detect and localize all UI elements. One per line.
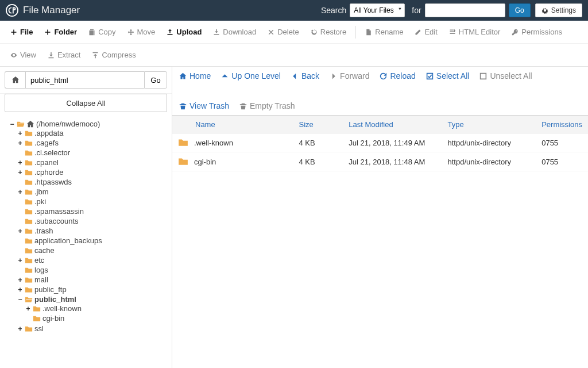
tree-item[interactable]: +public_ftp xyxy=(17,285,166,294)
search-scope-select[interactable]: All Your Files xyxy=(350,3,405,17)
tree-item[interactable]: +ssl xyxy=(17,324,166,333)
tree-item[interactable]: +.jbm xyxy=(17,187,166,196)
expand-icon[interactable]: + xyxy=(25,305,31,313)
expand-icon[interactable]: + xyxy=(17,286,23,294)
col-permissions-header[interactable]: Permissions xyxy=(536,116,588,133)
file-name: cgi-bin xyxy=(194,158,216,166)
tree-item[interactable]: +.htpasswds xyxy=(17,178,166,186)
forward-action[interactable]: Forward xyxy=(330,71,369,80)
tree-item[interactable]: +.subaccounts xyxy=(17,217,166,225)
tree-item[interactable]: +cache xyxy=(17,246,166,255)
file-size: 4 KB xyxy=(293,133,343,152)
col-size-header[interactable]: Size xyxy=(293,116,343,133)
view-button[interactable]: View xyxy=(5,47,42,63)
toolbar: File Folder Copy Move Upload Download De… xyxy=(0,21,588,67)
tree-item[interactable]: −public_html xyxy=(17,295,166,304)
pencil-icon xyxy=(415,29,421,36)
expand-icon[interactable]: + xyxy=(17,188,23,196)
settings-label: Settings xyxy=(551,6,576,14)
path-home-button[interactable] xyxy=(5,71,25,89)
col-modified-header[interactable]: Last Modified xyxy=(343,116,442,133)
folder-button[interactable]: Folder xyxy=(38,24,83,40)
unselect-all-action[interactable]: Unselect All xyxy=(479,71,532,80)
reload-action[interactable]: Reload xyxy=(380,71,415,80)
tree-item[interactable]: +cgi-bin xyxy=(25,314,166,323)
tree-item-label: public_html xyxy=(34,295,76,304)
expand-icon[interactable]: + xyxy=(17,168,23,177)
tree-item[interactable]: +.appdata xyxy=(17,129,166,137)
collapse-icon[interactable]: − xyxy=(9,120,15,128)
tree-item-label: .trash xyxy=(34,227,53,235)
search-input[interactable] xyxy=(425,3,505,17)
rename-button[interactable]: Rename xyxy=(359,24,409,40)
folder-icon xyxy=(25,237,33,245)
search-label: Search xyxy=(321,6,346,15)
tree-item[interactable]: +.cl.selector xyxy=(17,148,166,157)
tree-item[interactable]: +etc xyxy=(17,256,166,264)
folder-icon xyxy=(25,266,33,274)
select-all-action[interactable]: Select All xyxy=(426,71,470,80)
expand-icon[interactable]: + xyxy=(17,129,23,137)
delete-button[interactable]: Delete xyxy=(262,24,305,40)
tree-item[interactable]: +.trash xyxy=(17,227,166,235)
search-go-button[interactable]: Go xyxy=(509,3,531,17)
path-go-button[interactable]: Go xyxy=(144,71,167,89)
toggle-spacer: + xyxy=(17,237,23,245)
folder-icon xyxy=(25,276,33,284)
main-area: Go Collapse All − (/home/nwdemoco) +.app… xyxy=(0,67,588,368)
permissions-button[interactable]: Permissions xyxy=(506,24,568,40)
folder-icon xyxy=(25,139,33,147)
compress-button[interactable]: Compress xyxy=(86,47,141,63)
tree-item[interactable]: +logs xyxy=(17,266,166,274)
extract-button[interactable]: Extract xyxy=(42,47,86,63)
tree-item-label: cache xyxy=(34,246,55,255)
expand-icon[interactable]: + xyxy=(17,256,23,264)
download-button[interactable]: Download xyxy=(207,24,262,40)
edit-button[interactable]: Edit xyxy=(409,24,443,40)
toggle-spacer: + xyxy=(17,149,23,157)
table-row[interactable]: cgi-bin4 KBJul 21, 2018, 11:48 AMhttpd/u… xyxy=(172,152,588,171)
path-input[interactable] xyxy=(25,71,144,89)
settings-button[interactable]: Settings xyxy=(535,3,582,17)
left-panel: Go Collapse All − (/home/nwdemoco) +.app… xyxy=(0,67,172,368)
upload-button[interactable]: Upload xyxy=(161,24,207,40)
tree-root-label: (/home/nwdemoco) xyxy=(36,120,100,128)
home-action[interactable]: Home xyxy=(179,71,211,80)
restore-button[interactable]: Restore xyxy=(305,24,353,40)
move-button[interactable]: Move xyxy=(122,24,161,40)
expand-icon[interactable]: + xyxy=(17,159,23,167)
empty-trash-action[interactable]: Empty Trash xyxy=(239,101,295,110)
tree-item[interactable]: +.spamassassin xyxy=(17,207,166,216)
expand-icon[interactable]: + xyxy=(17,227,23,235)
for-label: for xyxy=(412,6,421,15)
col-type-header[interactable]: Type xyxy=(442,116,536,133)
tree-item[interactable]: +.pki xyxy=(17,197,166,206)
collapse-icon[interactable]: − xyxy=(17,296,23,304)
tree-item-label: cgi-bin xyxy=(42,314,64,323)
back-action[interactable]: Back xyxy=(291,71,319,80)
col-name-header[interactable]: Name xyxy=(172,116,293,133)
tree-item[interactable]: +.well-known xyxy=(25,304,166,313)
tree-root[interactable]: − (/home/nwdemoco) xyxy=(9,120,166,128)
expand-icon[interactable]: + xyxy=(17,325,23,333)
expand-icon[interactable]: + xyxy=(17,276,23,284)
view-trash-action[interactable]: View Trash xyxy=(179,101,229,110)
tree-item[interactable]: +application_backups xyxy=(17,236,166,245)
copy-button[interactable]: Copy xyxy=(83,24,121,40)
tree-item[interactable]: +.cphorde xyxy=(17,168,166,177)
folder-icon xyxy=(25,256,33,264)
copy-icon xyxy=(88,29,95,36)
expand-icon[interactable]: + xyxy=(17,139,23,147)
app-title: File Manager xyxy=(23,5,80,16)
html-editor-button[interactable]: HTML Editor xyxy=(443,24,506,40)
collapse-all-button[interactable]: Collapse All xyxy=(5,94,167,112)
toggle-spacer: + xyxy=(17,178,23,186)
tree-item[interactable]: +mail xyxy=(17,275,166,284)
tree-item[interactable]: +.cpanel xyxy=(17,158,166,167)
file-type: httpd/unix-directory xyxy=(442,133,536,152)
table-row[interactable]: .well-known4 KBJul 21, 2018, 11:49 AMhtt… xyxy=(172,133,588,152)
folder-icon xyxy=(25,217,33,225)
tree-item[interactable]: +.cagefs xyxy=(17,139,166,147)
file-button[interactable]: File xyxy=(5,24,38,40)
up-one-level-action[interactable]: Up One Level xyxy=(221,71,281,80)
